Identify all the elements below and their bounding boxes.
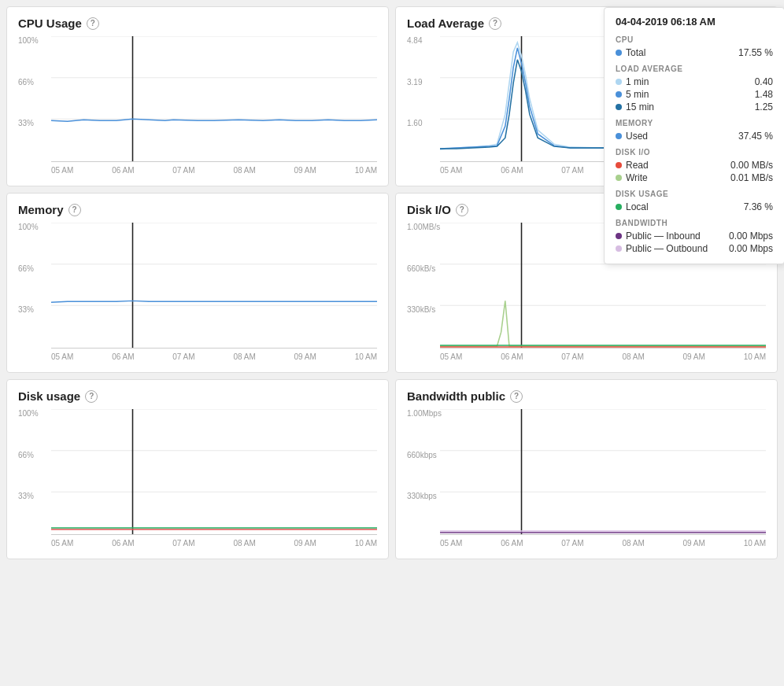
tooltip-diskusage-local-row: Local 7.36 % (616, 201, 773, 212)
tooltip-load-1min-label: 1 min (626, 76, 649, 87)
diskio-help-icon[interactable]: ? (456, 204, 468, 216)
load-y-labels: 4.84 3.19 1.60 (407, 36, 422, 162)
tooltip-diskio-read-row: Read 0.00 MB/s (616, 160, 773, 171)
tooltip-load-15min-value: 1.25 (726, 101, 773, 112)
tooltip-load-5min-dot (616, 91, 622, 98)
bandwidth-help-icon[interactable]: ? (510, 390, 523, 403)
tooltip-cpu-total-row: Total 17.55 % (616, 47, 773, 58)
diskusage-title: Disk usage ? (18, 389, 377, 403)
tooltip-diskusage-local-dot (616, 204, 622, 210)
diskio-label: Disk I/O (407, 203, 451, 216)
tooltip-load-15min-dot (616, 104, 622, 110)
tooltip-bw-outbound-dot (616, 245, 622, 252)
tooltip-memory-used-value: 37.45 % (726, 131, 773, 142)
tooltip-bw-outbound-row: Public — Outbound 0.00 Mbps (616, 243, 773, 254)
cpu-usage-label: CPU Usage (18, 17, 82, 30)
tooltip-load-1min-dot (616, 79, 622, 85)
diskio-y-labels: 1.00MB/s 660kB/s 330kB/s (407, 223, 440, 349)
diskusage-chart-area: 100% 66% 33% 05 AM 06 AM (18, 409, 377, 551)
diskusage-panel: Disk usage ? 100% 66% 33% (6, 379, 389, 559)
tooltip-diskio-section: DISK I/O (616, 148, 773, 157)
tooltip-load-1min-value: 0.40 (726, 76, 773, 87)
load-average-panel: Load Average ? 4.84 3.19 1.60 (395, 6, 778, 186)
tooltip-load-5min-label: 5 min (626, 89, 649, 100)
tooltip-memory-used-label: Used (626, 131, 648, 142)
tooltip-cpu-dot (616, 50, 622, 56)
tooltip-diskio-write-dot (616, 175, 622, 181)
bandwidth-panel: Bandwidth public ? 1.00Mbps 660kbps 330k… (395, 379, 778, 559)
tooltip-diskusage-section: DISK USAGE (616, 190, 773, 198)
tooltip-bw-inbound-label: Public — Inbound (626, 231, 701, 242)
diskusage-label: Disk usage (18, 389, 80, 403)
tooltip-bandwidth-section: BANDWIDTH (616, 219, 773, 227)
memory-chart-svg (51, 223, 377, 348)
tooltip-diskio-write-label: Write (626, 172, 648, 183)
tooltip-diskusage-local-label: Local (626, 201, 649, 212)
tooltip-date: 04-04-2019 06:18 AM (616, 16, 773, 28)
bandwidth-y-labels: 1.00Mbps 660kbps 330kbps (407, 409, 442, 535)
tooltip-diskio-write-value: 0.01 MB/s (726, 172, 773, 183)
cpu-chart-canvas (51, 36, 377, 162)
load-average-label: Load Average (407, 17, 484, 30)
memory-chart-area: 100% 66% 33% 05 AM 06 AM 07 AM (18, 223, 377, 364)
tooltip-load-15min-row: 15 min 1.25 (616, 101, 773, 112)
cpu-y-labels: 100% 66% 33% (18, 36, 39, 162)
dashboard-grid: CPU Usage ? 100% 66% 33% (6, 6, 778, 559)
tooltip-load-section: LOAD AVERAGE (616, 65, 773, 73)
tooltip-bw-inbound-value: 0.00 Mbps (726, 231, 773, 242)
bandwidth-chart-area: 1.00Mbps 660kbps 330kbps 05 AM 06 AM (407, 409, 766, 551)
bandwidth-label: Bandwidth public (407, 389, 505, 403)
load-average-help-icon[interactable]: ? (489, 17, 501, 30)
tooltip-bw-inbound-row: Public — Inbound 0.00 Mbps (616, 231, 773, 242)
bandwidth-chart-canvas (440, 409, 766, 535)
cpu-chart-svg (51, 36, 377, 161)
memory-title: Memory ? (18, 203, 377, 216)
tooltip-diskio-read-label: Read (626, 160, 649, 171)
memory-chart-canvas (51, 223, 377, 349)
tooltip-load-5min-value: 1.48 (726, 89, 773, 100)
cpu-usage-chart-area: 100% 66% 33% 05 AM 06 AM 07 (18, 36, 377, 178)
memory-panel: Memory ? 100% 66% 33% 05 (6, 193, 389, 373)
diskusage-help-icon[interactable]: ? (85, 390, 98, 403)
tooltip-load-5min-row: 5 min 1.48 (616, 89, 773, 100)
cpu-x-labels: 05 AM 06 AM 07 AM 08 AM 09 AM 10 AM (51, 162, 377, 178)
tooltip-bw-inbound-dot (616, 233, 622, 239)
tooltip-cpu-section: CPU (616, 35, 773, 44)
diskusage-chart-svg (51, 409, 377, 534)
tooltip-load-15min-label: 15 min (626, 101, 654, 112)
tooltip-diskio-read-value: 0.00 MB/s (726, 160, 773, 171)
tooltip-bw-outbound-label: Public — Outbound (626, 243, 708, 254)
diskusage-x-labels: 05 AM 06 AM 07 AM 08 AM 09 AM 10 AM (51, 535, 377, 551)
diskio-x-labels: 05 AM 06 AM 07 AM 08 AM 09 AM 10 AM (440, 349, 766, 364)
tooltip-diskio-read-dot (616, 162, 622, 168)
tooltip-bw-outbound-value: 0.00 Mbps (726, 243, 773, 254)
memory-label: Memory (18, 203, 64, 216)
tooltip-load-1min-row: 1 min 0.40 (616, 76, 773, 87)
tooltip-cpu-total-value: 17.55 % (726, 47, 773, 58)
tooltip-diskio-write-row: Write 0.01 MB/s (616, 172, 773, 183)
bandwidth-chart-svg (440, 409, 766, 534)
bandwidth-title: Bandwidth public ? (407, 389, 766, 403)
tooltip-memory-section: MEMORY (616, 119, 773, 127)
tooltip-diskusage-local-value: 7.36 % (726, 201, 773, 212)
tooltip-memory-used-row: Used 37.45 % (616, 131, 773, 142)
cpu-usage-help-icon[interactable]: ? (87, 17, 99, 30)
memory-help-icon[interactable]: ? (68, 204, 81, 216)
hover-tooltip: 04-04-2019 06:18 AM CPU Total 17.55 % LO… (604, 7, 784, 264)
cpu-usage-title: CPU Usage ? (18, 17, 377, 30)
diskusage-chart-canvas (51, 409, 377, 535)
tooltip-memory-dot (616, 133, 622, 139)
cpu-usage-panel: CPU Usage ? 100% 66% 33% (6, 6, 389, 186)
tooltip-cpu-total-label: Total (626, 47, 645, 58)
bandwidth-x-labels: 05 AM 06 AM 07 AM 08 AM 09 AM 10 AM (440, 535, 766, 551)
memory-y-labels: 100% 66% 33% (18, 223, 39, 349)
diskusage-y-labels: 100% 66% 33% (18, 409, 39, 535)
memory-x-labels: 05 AM 06 AM 07 AM 08 AM 09 AM 10 AM (51, 349, 377, 364)
